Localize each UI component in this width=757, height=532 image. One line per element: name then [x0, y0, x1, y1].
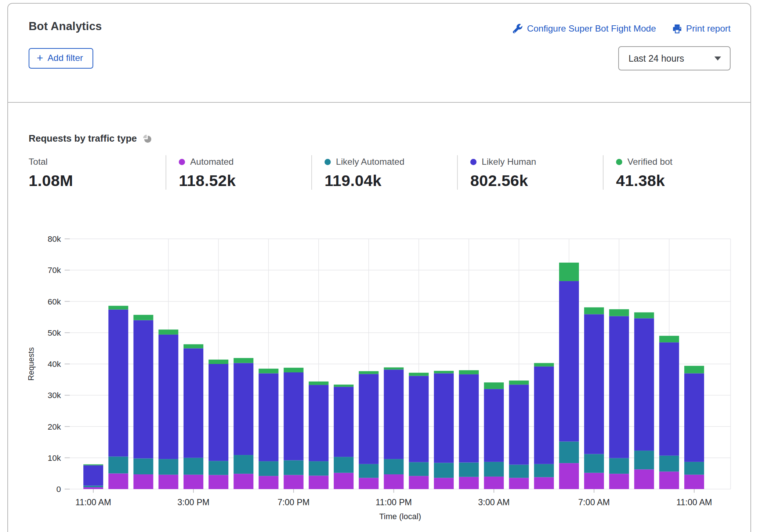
stat-verified-bot-label: Verified bot — [627, 157, 673, 167]
chart-bar[interactable] — [83, 464, 103, 489]
chart-bar[interactable] — [509, 380, 529, 489]
print-report-link[interactable]: Print report — [672, 23, 731, 34]
stat-likely-human-value: 802.56k — [470, 172, 603, 190]
svg-text:11:00 AM: 11:00 AM — [75, 498, 111, 507]
svg-text:40k: 40k — [48, 360, 61, 369]
chart-bar[interactable] — [134, 315, 153, 489]
svg-text:Requests: Requests — [27, 347, 36, 381]
svg-text:0: 0 — [56, 485, 61, 494]
svg-text:50k: 50k — [48, 328, 61, 338]
stat-likely-human[interactable]: Likely Human 802.56k — [457, 155, 603, 190]
stat-likely-automated-value: 119.04k — [325, 172, 457, 190]
chart-section: Requests by traffic type Total 1.08M Aut… — [8, 133, 750, 190]
stat-likely-human-label: Likely Human — [482, 157, 536, 167]
chart-bar[interactable] — [233, 358, 253, 489]
stat-verified-bot[interactable]: Verified bot 41.38k — [603, 155, 749, 190]
stat-total: Total 1.08M — [29, 155, 166, 190]
chart-bar[interactable] — [659, 336, 679, 489]
chart-bar[interactable] — [559, 263, 579, 489]
time-range-select[interactable]: Last 24 hours — [618, 46, 731, 70]
title-row: Bot Analytics Configure Super Bot Fight … — [29, 20, 731, 34]
chart-bar[interactable] — [334, 385, 354, 489]
print-link-label: Print report — [686, 23, 731, 34]
configure-super-bot-fight-mode-link[interactable]: Configure Super Bot Fight Mode — [513, 23, 656, 34]
chart-bar[interactable] — [384, 367, 404, 489]
chart-bar[interactable] — [184, 344, 203, 489]
svg-text:60k: 60k — [48, 297, 61, 306]
chart-bar[interactable] — [209, 360, 228, 489]
configure-link-label: Configure Super Bot Fight Mode — [527, 23, 656, 34]
page-title: Bot Analytics — [29, 20, 102, 33]
svg-text:Time (local): Time (local) — [379, 512, 421, 521]
chart-bar[interactable] — [159, 329, 178, 489]
plus-icon: + — [37, 54, 43, 62]
chart-bar[interactable] — [284, 368, 304, 489]
add-filter-label: Add filter — [48, 53, 83, 63]
automated-legend-dot — [179, 159, 185, 165]
verified-bot-legend-dot — [616, 159, 622, 165]
likely-human-legend-dot — [470, 159, 477, 165]
traffic-type-stats: Total 1.08M Automated 118.52k Likely Aut… — [29, 155, 750, 190]
card-header: Bot Analytics Configure Super Bot Fight … — [8, 4, 750, 103]
chart-bar[interactable] — [409, 373, 429, 489]
svg-text:3:00 AM: 3:00 AM — [478, 498, 510, 507]
pie-chart-icon — [142, 134, 152, 143]
likely-automated-legend-dot — [325, 159, 331, 165]
chart-bar[interactable] — [609, 309, 629, 489]
stat-likely-automated[interactable]: Likely Automated 119.04k — [311, 155, 457, 190]
svg-text:80k: 80k — [48, 234, 61, 244]
stat-likely-automated-label: Likely Automated — [336, 157, 405, 167]
chart-bar[interactable] — [684, 366, 704, 489]
chart-title: Requests by traffic type — [29, 133, 137, 144]
stat-total-value: 1.08M — [29, 172, 166, 190]
chart-bar[interactable] — [359, 371, 378, 489]
svg-text:70k: 70k — [48, 266, 61, 275]
wrench-icon — [513, 24, 523, 34]
chart-bar[interactable] — [584, 307, 604, 489]
chart-bar[interactable] — [434, 371, 454, 489]
page: { "header": { "title": "Bot Analytics", … — [0, 0, 757, 532]
svg-text:7:00 AM: 7:00 AM — [578, 498, 610, 507]
svg-text:30k: 30k — [48, 391, 61, 400]
add-filter-button[interactable]: + Add filter — [29, 48, 93, 69]
time-range-value: Last 24 hours — [629, 53, 684, 64]
svg-text:20k: 20k — [48, 422, 61, 431]
stat-automated-label: Automated — [190, 157, 234, 167]
svg-text:11:00 AM: 11:00 AM — [676, 498, 712, 507]
requests-by-traffic-type-chart: 010k20k30k40k50k60k70k80k11:00 AM3:00 PM… — [0, 227, 757, 526]
stat-automated[interactable]: Automated 118.52k — [166, 155, 311, 190]
chart-bar[interactable] — [634, 312, 654, 489]
stat-automated-value: 118.52k — [179, 172, 311, 190]
svg-text:3:00 PM: 3:00 PM — [177, 498, 210, 507]
svg-text:7:00 PM: 7:00 PM — [278, 498, 310, 507]
chart-bar[interactable] — [534, 363, 554, 489]
chart-bar[interactable] — [484, 382, 504, 489]
chevron-down-icon — [714, 57, 721, 61]
svg-text:10k: 10k — [48, 453, 61, 463]
chart-bar[interactable] — [259, 369, 279, 489]
chart-bar[interactable] — [108, 306, 128, 489]
chart-bar[interactable] — [309, 382, 329, 489]
printer-icon — [672, 24, 682, 34]
stat-total-label: Total — [29, 157, 48, 167]
controls-row: + Add filter Last 24 hours — [29, 46, 731, 70]
header-links: Configure Super Bot Fight Mode Print rep… — [513, 23, 731, 34]
chart-bar[interactable] — [459, 370, 479, 489]
svg-text:11:00 PM: 11:00 PM — [376, 498, 412, 507]
stat-verified-bot-value: 41.38k — [616, 172, 749, 190]
